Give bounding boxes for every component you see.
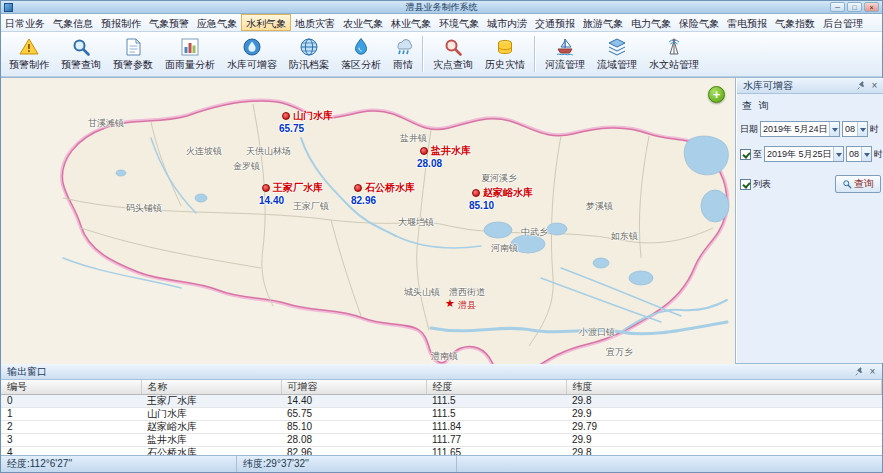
menu-item-1[interactable]: 日常业务 [1,14,49,31]
window-title: 澧县业务制作系统 [1,1,882,14]
table-cell: 2 [1,421,141,434]
station-tool-button[interactable]: 水文站管理 [643,33,705,75]
column-header-4[interactable]: 经度 [426,380,566,395]
menu-item-9[interactable]: 林业气象 [387,14,435,31]
to-label: 至 [753,148,762,161]
close-icon[interactable]: × [867,366,878,377]
query-section-title: 查 询 [742,99,881,113]
to-checkbox[interactable] [740,149,751,160]
list-checkbox[interactable] [740,179,751,190]
menu-item-8[interactable]: 农业气象 [339,14,387,31]
drop-tool-button[interactable]: 落区分析 [335,33,387,75]
pin-icon[interactable] [854,366,865,377]
maximize-button[interactable]: □ [847,2,862,12]
coins-icon [495,37,515,57]
search-tool-button[interactable]: 预警查询 [55,33,107,75]
boat-icon [555,37,575,57]
town-label: 大堰垱镇 [398,216,434,229]
menu-item-4[interactable]: 气象预警 [145,14,193,31]
town-label: 甘溪滩镇 [88,117,124,130]
main-area: 甘溪滩镇火连坡镇天供山林场金罗镇盐井镇码头铺镇王家厂镇夏河溪乡梦溪镇大堰垱镇中武… [1,77,882,363]
town-label: 夏河溪乡 [481,172,517,185]
minimize-button[interactable]: ─ [830,2,845,12]
end-date-select[interactable]: 2019年 5月25日 [764,146,844,162]
table-row[interactable]: 4石公桥水库82.96111.6529.8 [1,447,882,456]
menu-item-17[interactable]: 气象指数 [771,14,819,31]
start-hour-select[interactable]: 08 [842,121,868,137]
star-icon: ★ [445,297,455,310]
panel-header: 水库可增容 × [737,78,883,94]
table-header-row: 编号名称可增容经度纬度 [1,380,882,395]
table-cell: 山门水库 [141,408,281,421]
tool-label: 雨情 [393,58,413,72]
table-cell: 王家厂水库 [141,395,281,408]
menu-item-18[interactable]: 后台管理 [819,14,867,31]
table-cell: 0 [1,395,141,408]
searchred-tool-button[interactable]: 灾点查询 [427,33,479,75]
start-date-select[interactable]: 2019年 5月24日 [760,121,840,137]
map-canvas[interactable]: 甘溪滩镇火连坡镇天供山林场金罗镇盐井镇码头铺镇王家厂镇夏河溪乡梦溪镇大堰垱镇中武… [1,78,736,364]
chevron-down-icon [861,147,871,161]
menu-item-2[interactable]: 气象信息 [49,14,97,31]
coins-tool-button[interactable]: 历史灾情 [479,33,531,75]
column-header-5[interactable]: 纬度 [566,380,882,395]
query-button[interactable]: 查询 [835,175,881,193]
panel-title: 水库可增容 [743,79,854,93]
menu-item-10[interactable]: 环境气象 [435,14,483,31]
menu-item-5[interactable]: 应急气象 [193,14,241,31]
close-icon[interactable]: × [869,80,880,91]
globe-tool-button[interactable]: 防汛档案 [283,33,335,75]
query-form: 查 询 日期 2019年 5月24日 08 时 至 [737,94,883,363]
table-cell: 赵家峪水库 [141,421,281,434]
table-cell: 65.75 [281,408,426,421]
station-icon [664,37,684,57]
column-header-2[interactable]: 名称 [141,380,281,395]
town-label: 小渡口镇 [579,326,615,339]
chart-tool-button[interactable]: 面雨量分析 [159,33,221,75]
town-label: 宜万乡 [606,346,633,359]
globe-icon [299,37,319,57]
town-label: 火连坡镇 [186,145,222,158]
reservoir-capacity-panel: 水库可增容 × 查 询 日期 2019年 5月24日 08 [736,78,883,363]
menu-item-11[interactable]: 城市内涝 [483,14,531,31]
menu-item-3[interactable]: 预报制作 [97,14,145,31]
town-label: 王家厂镇 [293,200,329,213]
layers-tool-button[interactable]: 流域管理 [591,33,643,75]
chevron-down-icon [857,122,867,136]
menu-item-15[interactable]: 保险气象 [675,14,723,31]
menu-item-6[interactable]: 水利气象 [241,14,291,31]
table-cell: 111.5 [426,395,566,408]
warning-tool-button[interactable]: 预警制作 [3,33,55,75]
menu-item-14[interactable]: 电力气象 [627,14,675,31]
table-cell: 82.96 [281,447,426,456]
menu-item-12[interactable]: 交通预报 [531,14,579,31]
doc-tool-button[interactable]: 预警参数 [107,33,159,75]
tool-label: 灾点查询 [433,58,473,72]
menu-item-16[interactable]: 雷电预报 [723,14,771,31]
town-label: 河南镇 [491,242,518,255]
output-title: 输出窗口 [7,365,852,379]
boat-tool-button[interactable]: 河流管理 [539,33,591,75]
column-header-3[interactable]: 可增容 [281,380,426,395]
column-header-1[interactable]: 编号 [1,380,141,395]
table-row[interactable]: 0王家厂水库14.40111.529.8 [1,395,882,408]
status-longitude: 经度:112°6'27'' [1,456,237,472]
end-hour-select[interactable]: 08 [846,146,872,162]
town-label: 梦溪镇 [586,200,613,213]
table-row[interactable]: 3盐井水库28.08111.7729.9 [1,434,882,447]
table-row[interactable]: 2赵家峪水库85.10111.8429.79 [1,421,882,434]
close-button[interactable]: × [864,2,879,12]
table-cell: 111.77 [426,434,566,447]
menu-item-7[interactable]: 地质灾害 [291,14,339,31]
pin-icon[interactable] [856,80,867,91]
table-cell: 29.9 [566,408,882,421]
list-query-row: 列表 查询 [740,175,881,193]
menu-item-13[interactable]: 旅游气象 [579,14,627,31]
reservoir-tool-button[interactable]: 水库可增容 [221,33,283,75]
zoom-in-button[interactable]: + [708,86,725,103]
reservoir-name: 赵家峪水库 [483,186,533,200]
rain-tool-button[interactable]: 雨情 [387,33,419,75]
town-label: 盐井镇 [400,132,427,145]
hour-suffix-label: 时 [870,123,879,136]
table-row[interactable]: 1山门水库65.75111.529.9 [1,408,882,421]
